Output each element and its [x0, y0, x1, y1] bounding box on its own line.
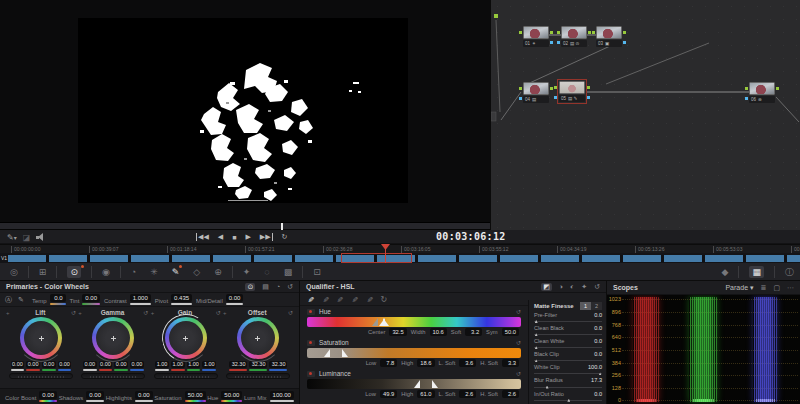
hue-sym-value[interactable]: 50.0	[502, 328, 519, 336]
lum-lsoft-value[interactable]: 2.6	[459, 390, 476, 398]
node-04-rgb-out[interactable]	[550, 87, 553, 90]
wipe-icon[interactable]: ◪	[23, 233, 31, 242]
timeline-ruler[interactable]: 00:00:00:00 00:00:39:07 00:01:18:14 00:0…	[0, 244, 800, 253]
gamma-reset-icon[interactable]: ↺	[143, 309, 148, 316]
luminance-range-bar[interactable]	[307, 379, 521, 389]
qualifier-reset-icon[interactable]: ↺	[594, 283, 600, 291]
gain-master-slider[interactable]	[154, 373, 218, 379]
scope-mode-dropdown[interactable]: Parade ▾	[725, 284, 753, 292]
picker-subtract-icon[interactable]: ✎	[335, 296, 344, 303]
in-out-ratio-row[interactable]: In/Out Ratio0.0	[534, 390, 602, 403]
step-back-button[interactable]: ◀	[218, 233, 223, 241]
loop-button[interactable]: ↻	[282, 233, 288, 241]
picker-add-icon[interactable]: ✎	[321, 296, 330, 303]
node-06-key-in[interactable]	[745, 97, 748, 100]
offset-master-slider[interactable]	[226, 373, 290, 379]
offset-target-icon[interactable]: +	[223, 310, 227, 316]
node-05-key-out[interactable]	[587, 96, 590, 99]
hue-width-value[interactable]: 10.6	[430, 328, 447, 336]
gamma-b-value[interactable]: 0.00	[130, 361, 144, 368]
hue-soft-low-handle[interactable]	[372, 318, 378, 326]
gain-g-value[interactable]: 1.00	[187, 361, 201, 368]
clean-black-row[interactable]: Clean Black0.0	[534, 324, 602, 337]
saturation-enable-toggle[interactable]	[307, 340, 315, 346]
node-03-key-out[interactable]	[623, 41, 626, 44]
offset-b-value[interactable]: 32.30	[269, 361, 287, 368]
node-04[interactable]: 04▤	[523, 82, 549, 103]
hue-range-bar[interactable]	[307, 317, 521, 327]
matte-tab-1[interactable]: 1	[580, 302, 591, 310]
scope-settings-icon[interactable]: ≣	[761, 284, 767, 292]
offset-reset-icon[interactable]: ↺	[288, 309, 293, 316]
mid-detail-value[interactable]: 0.00	[226, 294, 244, 302]
lum-low-value[interactable]: 49.9	[380, 390, 397, 398]
node-02[interactable]: 02▤ ⊙	[561, 26, 587, 47]
gamma-g-value[interactable]: 0.00	[114, 361, 128, 368]
picker-icon[interactable]: ✎	[306, 296, 315, 303]
color-match-icon[interactable]: ⊞	[39, 266, 47, 278]
offset-color-wheel[interactable]	[237, 317, 279, 359]
saturation-range-bar[interactable]	[307, 348, 521, 358]
pivot-value[interactable]: 0.435	[171, 294, 192, 302]
sat-high-handle[interactable]	[342, 349, 348, 357]
node-03[interactable]: 03▣	[596, 26, 622, 47]
gamma-r-value[interactable]: 0.00	[99, 361, 113, 368]
node-01-key-out[interactable]	[550, 41, 553, 44]
tracker-icon[interactable]: ⊕	[214, 266, 222, 278]
lum-high-value[interactable]: 61.0	[417, 390, 434, 398]
offset-r-value[interactable]: 32.30	[229, 361, 247, 368]
lum-high-handle[interactable]	[432, 380, 438, 388]
gain-b-value[interactable]: 1.00	[202, 361, 216, 368]
hue-center-value[interactable]: 32.5	[389, 328, 406, 336]
lum-mix-value[interactable]: 100.00	[270, 391, 294, 399]
gamma-y-value[interactable]: 0.00	[83, 361, 97, 368]
node-02-rgb-out[interactable]	[588, 31, 591, 34]
node-04-rgb-in[interactable]	[519, 87, 522, 90]
info-icon[interactable]: ⓘ	[785, 266, 794, 278]
lift-master-slider[interactable]	[9, 373, 73, 379]
mini-timeline[interactable]: V1	[0, 253, 800, 263]
luminance-enable-toggle[interactable]	[307, 371, 315, 377]
scope-more-icon[interactable]: ⋯	[787, 284, 794, 292]
hue-soft-value[interactable]: 3.2	[465, 328, 482, 336]
stop-button[interactable]: ■	[232, 234, 236, 241]
invert-icon[interactable]: ◐	[570, 283, 574, 290]
node-03-rgb-in[interactable]	[592, 31, 595, 34]
hue-value[interactable]: 50.00	[221, 391, 242, 399]
matte-view-icon[interactable]: ✦	[581, 283, 587, 291]
lift-color-wheel[interactable]	[20, 317, 62, 359]
tint-value[interactable]: 0.00	[82, 294, 100, 302]
node-04-key-in[interactable]	[519, 97, 522, 100]
lum-hsoft-value[interactable]: 2.6	[502, 390, 519, 398]
white-clip-row[interactable]: White Clip100.0	[534, 363, 602, 376]
lift-r-value[interactable]: 0.00	[26, 361, 40, 368]
clean-white-row[interactable]: Clean White0.0	[534, 337, 602, 350]
node-05-selected[interactable]: 05▤ ✎	[559, 81, 585, 102]
sat-low-value[interactable]: 7.8	[380, 359, 397, 367]
gamma-color-wheel[interactable]	[92, 317, 134, 359]
sat-lsoft-value[interactable]: 3.6	[459, 359, 476, 367]
timeline-playhead[interactable]	[385, 244, 386, 263]
lift-g-value[interactable]: 0.00	[42, 361, 56, 368]
shadows-value[interactable]: 0.00	[86, 391, 104, 399]
matte-tab-2[interactable]: 2	[591, 302, 602, 310]
saturation-reset-icon[interactable]: ↺	[516, 339, 521, 346]
node-01-rgb-out[interactable]	[550, 31, 553, 34]
gain-target-icon[interactable]: +	[151, 310, 155, 316]
qualifier-icon[interactable]: ✎	[172, 266, 180, 278]
gamma-target-icon[interactable]: +	[78, 310, 82, 316]
audio-mute-icon[interactable]	[36, 233, 45, 241]
hue-reset-icon[interactable]: ↺	[516, 308, 521, 315]
lift-reset-icon[interactable]: ↺	[71, 309, 76, 316]
color-boost-value[interactable]: 0.00	[39, 391, 57, 399]
scopes-view-icon[interactable]: ▦	[749, 266, 764, 278]
node-05-key-in[interactable]	[554, 96, 557, 99]
grab-still-icon[interactable]: ✎▾	[7, 233, 17, 242]
primaries-reset-icon[interactable]: ↺	[287, 283, 293, 291]
wheel-mode-icon[interactable]: ⊙	[245, 283, 255, 291]
log-mode-icon[interactable]: ◔	[276, 283, 280, 290]
highlight-icon[interactable]: ◩	[541, 283, 552, 291]
saturation-value[interactable]: 50.00	[185, 391, 206, 399]
lift-target-icon[interactable]: +	[6, 310, 10, 316]
hdr-grade-icon[interactable]: ◉	[102, 266, 110, 278]
